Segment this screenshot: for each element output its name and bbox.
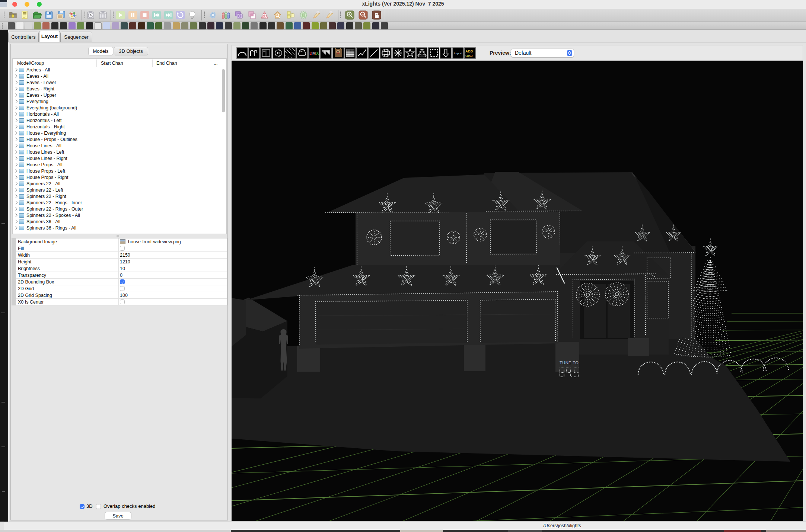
svg-text:ADD: ADD	[465, 49, 473, 53]
svg-text:D: D	[309, 51, 312, 55]
svg-text:OBJ: OBJ	[465, 54, 473, 58]
svg-text:X: X	[316, 51, 319, 55]
svg-text:TUNE TO: TUNE TO	[560, 360, 579, 365]
svg-text:Import: Import	[454, 52, 462, 55]
svg-text:M: M	[312, 51, 316, 55]
